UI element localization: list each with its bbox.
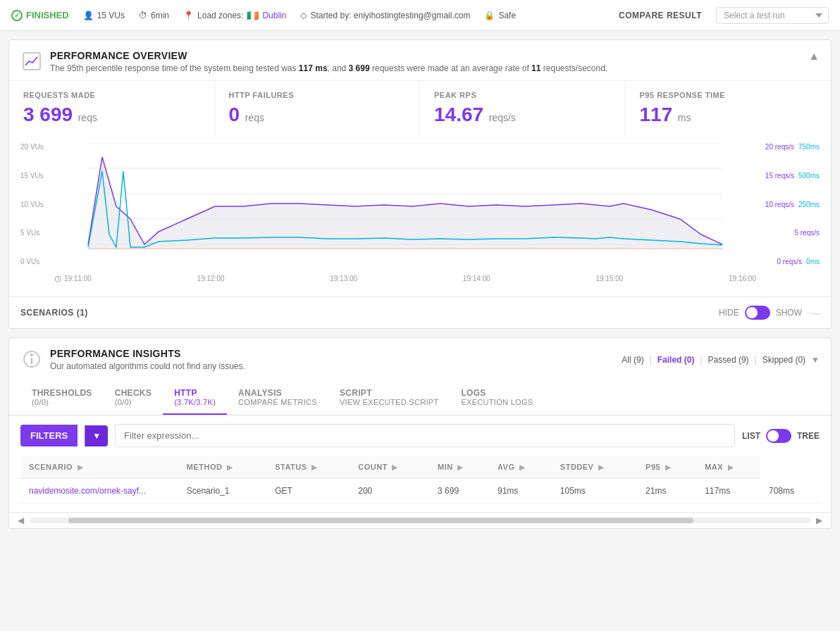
table-header: SCENARIO ▶ METHOD ▶ STATUS ▶ COUNT ▶ MIN…	[20, 456, 820, 479]
peak-rps-value: 14.67	[434, 104, 483, 125]
filters-button[interactable]: FILTERS	[20, 425, 78, 446]
th-avg: AVG ▶	[489, 456, 552, 479]
finished-icon	[11, 10, 23, 21]
tab-checks-sub: (0/0)	[115, 398, 152, 406]
row-status: 200	[350, 479, 429, 504]
view-toggle: LIST TREE	[742, 429, 820, 443]
x-label-4: 19:14:00	[463, 275, 490, 282]
count-sort-icon[interactable]: ▶	[392, 463, 398, 471]
card-title-area: PERFORMANCE OVERVIEW The 95th percentile…	[20, 50, 607, 73]
toggle-knob	[746, 307, 758, 318]
failures-unit: reqs	[245, 112, 264, 123]
filter-passed[interactable]: Passed (9)	[708, 355, 749, 365]
y-right-row-4: 5 reqs/s	[794, 229, 820, 237]
y-left-20: 20 VUs	[20, 143, 51, 151]
y-right-row-2: 15 reqs/s 500ms	[765, 172, 820, 180]
tabs-row: THRESHOLDS (0/0) CHECKS (0/0) HTTP (3.7K…	[9, 381, 831, 416]
failures-value: 0	[229, 104, 240, 125]
tab-thresholds[interactable]: THRESHOLDS (0/0)	[20, 381, 104, 415]
tab-analysis[interactable]: ANALYSIS Compare metrics	[227, 381, 328, 415]
filter-sep-1: |	[650, 355, 652, 365]
view-list-label: LIST	[742, 431, 760, 441]
filters-btn-label: FILTERS	[30, 430, 68, 441]
duration-info: ⏱ 6min	[139, 11, 169, 20]
scenario-sort-icon[interactable]: ▶	[78, 463, 84, 471]
duration-text: 6min	[151, 11, 169, 20]
started-by-text: Started by: eniyihostingtesting@gmail.co…	[310, 11, 470, 20]
view-tree-label: TREE	[797, 431, 820, 441]
status-badge: FINISHED	[11, 10, 69, 21]
filter-sep-3: |	[755, 355, 757, 365]
http-content: FILTERS ▼ LIST TREE SCENARIO ▶ METH	[9, 416, 831, 512]
tab-logs-sub: Execution logs	[461, 398, 533, 406]
row-method: GET	[266, 479, 350, 504]
th-scenario: SCENARIO ▶	[20, 456, 178, 479]
row-avg: 105ms	[552, 479, 637, 504]
diamond-icon: ◇	[300, 11, 307, 20]
y-left-15: 15 VUs	[20, 172, 51, 180]
insights-filters: All (9) | Failed (0) | Passed (9) | Skip…	[622, 355, 820, 365]
filter-input[interactable]	[115, 424, 735, 447]
safety-text: Safe	[498, 11, 516, 20]
peak-rps-label: PEAK RPS	[434, 91, 611, 99]
x-label-2: 19:12:00	[197, 275, 225, 282]
lock-icon: 🔒	[484, 11, 495, 20]
tab-thresholds-sub: (0/0)	[32, 398, 92, 406]
row-max: 708ms	[760, 479, 820, 504]
peak-rps-unit: reqs/s	[489, 112, 516, 123]
chart-wrapper: 20 VUs 15 VUs 10 VUs 5 VUs 0 VUs	[20, 143, 820, 285]
table-row: navidemosite.com/ornek-sayf... Scenario_…	[20, 479, 820, 504]
row-url[interactable]: navidemosite.com/ornek-sayf...	[20, 479, 178, 504]
scroll-thumb[interactable]	[68, 518, 693, 523]
view-toggle-switch[interactable]	[766, 429, 791, 443]
scenarios-toggle[interactable]	[745, 306, 770, 320]
svg-point-11	[30, 354, 33, 356]
scenarios-bar: SCENARIOS (1) HIDE SHOW —	[9, 296, 831, 328]
vus-text: 15 VUs	[97, 11, 125, 20]
scroll-right-arrow[interactable]: ▶	[816, 516, 822, 525]
compare-select[interactable]: Select a test run	[716, 7, 829, 24]
insights-title: PERFORMANCE INSIGHTS	[50, 348, 245, 359]
filter-failed[interactable]: Failed (0)	[657, 355, 695, 365]
scenarios-label: SCENARIOS (1)	[20, 308, 88, 318]
show-label: SHOW	[776, 308, 802, 318]
p95-sort-icon[interactable]: ▶	[665, 463, 672, 471]
avg-sort-icon[interactable]: ▶	[519, 463, 526, 471]
dublin-link[interactable]: Dublin	[262, 11, 286, 20]
tab-http[interactable]: HTTP (3.7K/3.7K)	[163, 381, 227, 415]
max-sort-icon[interactable]: ▶	[728, 463, 734, 471]
top-bar: FINISHED 👤 15 VUs ⏱ 6min 📍 Load zones: 🇮…	[0, 0, 840, 31]
min-sort-icon[interactable]: ▶	[457, 463, 464, 471]
status-sort-icon[interactable]: ▶	[311, 463, 318, 471]
th-count: COUNT ▶	[350, 456, 429, 479]
x-label-1: 19:11:00	[64, 275, 92, 282]
tab-script[interactable]: SCRIPT View executed script	[328, 381, 450, 415]
requests-label: REQUESTS MADE	[23, 91, 200, 99]
y-axis-right: 20 reqs/s 750ms 15 reqs/s 500ms 10 reqs/…	[760, 143, 820, 265]
tab-logs[interactable]: LOGS Execution logs	[450, 381, 544, 415]
y-left-0: 0 VUs	[20, 258, 51, 265]
row-stddev: 21ms	[637, 479, 696, 504]
failures-value-row: 0 reqs	[229, 104, 406, 126]
tab-analysis-sub: Compare metrics	[238, 398, 317, 406]
metric-http-failures: HTTP FAILURES 0 reqs	[215, 81, 421, 136]
stddev-sort-icon[interactable]: ▶	[598, 463, 605, 471]
method-sort-icon[interactable]: ▶	[227, 463, 233, 471]
scroll-left-arrow[interactable]: ◀	[18, 516, 24, 525]
insights-chevron-icon[interactable]: ▼	[811, 355, 820, 365]
collapse-button[interactable]: ▲	[808, 50, 820, 63]
y-right-reqs-15: 15 reqs/s	[765, 172, 794, 180]
filter-all[interactable]: All (9)	[622, 355, 643, 365]
y-right-reqs-5: 5 reqs/s	[794, 229, 820, 237]
chart-svg-container: 19:11:00 19:12:00 19:13:00 19:14:00 19:1…	[54, 143, 756, 285]
y-right-ms-750: 750ms	[798, 143, 820, 151]
requests-unit: reqs	[78, 112, 97, 123]
scroll-track[interactable]	[30, 518, 810, 523]
tab-checks[interactable]: CHECKS (0/0)	[104, 381, 163, 415]
y-right-ms-0: 0ms	[806, 258, 820, 265]
filter-skipped[interactable]: Skipped (0)	[762, 355, 805, 365]
failures-label: HTTP FAILURES	[229, 91, 406, 99]
x-axis-labels: 19:11:00 19:12:00 19:13:00 19:14:00 19:1…	[54, 272, 756, 285]
status-text: FINISHED	[26, 10, 69, 20]
filters-dropdown-button[interactable]: ▼	[85, 425, 108, 446]
